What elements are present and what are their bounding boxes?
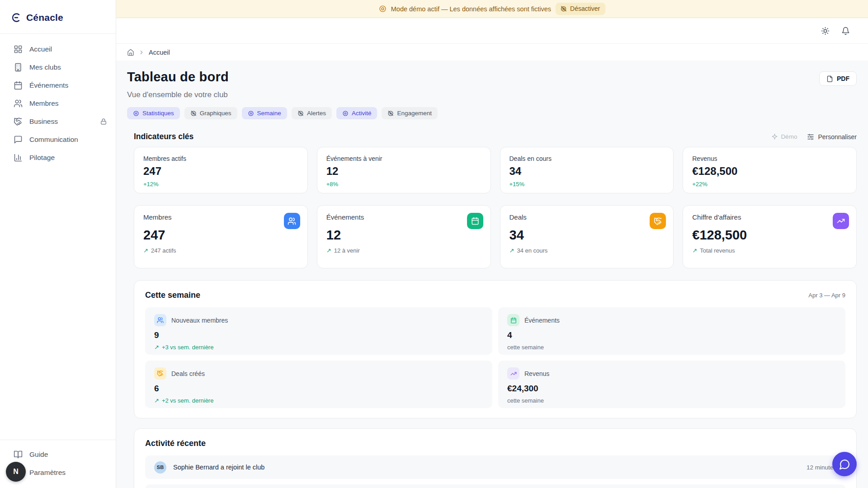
chip-alertes[interactable]: Alertes	[292, 107, 332, 119]
users-icon	[14, 99, 23, 108]
user-avatar[interactable]: N	[6, 462, 26, 482]
theme-sun-icon[interactable]	[821, 27, 830, 35]
page-subtitle: Vue d'ensemble de votre club	[127, 90, 229, 99]
card-label: Chiffre d'affaires	[692, 213, 847, 221]
handshake-icon	[14, 117, 23, 126]
week-card-label: Événements	[524, 317, 560, 324]
sidebar-item-label: Accueil	[29, 45, 52, 53]
chip-semaine[interactable]: Semaine	[242, 107, 287, 119]
chat-bubble-icon	[839, 459, 850, 470]
card-label: Deals	[509, 213, 665, 221]
eye-off-icon	[190, 110, 197, 117]
stat-card-membres-actifs[interactable]: Membres actifs 247 +12%	[134, 147, 308, 193]
chip-label: Alertes	[307, 110, 326, 117]
sidebar-item-label: Paramètres	[29, 469, 66, 477]
sidebar-item-mes-clubs[interactable]: Mes clubs	[0, 58, 116, 76]
sidebar-nav: Accueil Mes clubs Événements	[0, 34, 116, 167]
week-card-evenements[interactable]: Événements 4 cette semaine	[498, 307, 845, 355]
trend-up-arrow: ↗	[326, 247, 331, 254]
sidebar-footer-divider	[0, 440, 116, 440]
demo-tag-label: Démo	[781, 133, 797, 140]
sidebar-item-pilotage[interactable]: Pilotage	[0, 149, 116, 167]
week-panel: Cette semaine Apr 3 — Apr 9 Nouveaux mem…	[134, 280, 857, 418]
week-card-sub: +3 vs sem. dernière	[162, 344, 214, 351]
sidebar-item-evenements[interactable]: Événements	[0, 76, 116, 94]
chip-label: Statistiques	[142, 110, 174, 117]
activity-row[interactable]: SB Sophie Bernard a rejoint le club 12 m…	[145, 455, 845, 479]
week-card-label: Revenus	[524, 370, 549, 377]
card-deals[interactable]: Deals 34 ↗34 en cours	[500, 205, 674, 268]
sidebar-item-label: Guide	[29, 450, 48, 459]
eye-off-icon	[560, 5, 567, 12]
calendar-icon	[467, 213, 483, 229]
week-card-value: 4	[507, 330, 836, 340]
pdf-button-label: PDF	[837, 75, 849, 82]
chevron-right-icon	[138, 49, 145, 56]
demo-banner-message: Mode démo actif — Les données affichées …	[391, 5, 551, 13]
trend-up-arrow: ↗	[143, 247, 148, 254]
sparkles-icon	[771, 133, 778, 140]
trend-up-arrow: ↗	[154, 397, 159, 404]
disable-demo-button[interactable]: Désactiver	[556, 3, 605, 15]
sidebar-item-guide[interactable]: Guide	[0, 446, 116, 464]
sidebar-item-label: Événements	[29, 81, 68, 89]
chat-fab-button[interactable]	[832, 452, 857, 476]
export-pdf-button[interactable]: PDF	[819, 71, 857, 86]
week-card-revenus[interactable]: Revenus €24,300 cette semaine	[498, 361, 845, 408]
calendar-icon	[14, 81, 23, 90]
chip-label: Engagement	[397, 110, 432, 117]
top-toolbar	[116, 18, 868, 44]
stat-value: 247	[143, 165, 298, 178]
stat-label: Membres actifs	[143, 155, 298, 162]
week-card-sub: cette semaine	[507, 344, 544, 351]
page-title: Tableau de bord	[127, 70, 229, 84]
card-label: Événements	[326, 213, 481, 221]
chip-activite[interactable]: Activité	[336, 107, 377, 119]
users-icon	[284, 213, 300, 229]
card-chiffre-daffaires[interactable]: Chiffre d'affaires €128,500 ↗Total reven…	[683, 205, 857, 268]
week-card-deals-crees[interactable]: Deals créés 6 ↗+2 vs sem. dernière	[145, 361, 492, 408]
trending-up-icon	[507, 367, 519, 380]
stat-delta: +22%	[692, 181, 847, 188]
sidebar-item-communication[interactable]: Communication	[0, 131, 116, 149]
customize-button[interactable]: Personnaliser	[807, 133, 857, 141]
card-value: 12	[326, 228, 481, 243]
home-icon[interactable]	[127, 49, 134, 56]
breadcrumb-current[interactable]: Accueil	[149, 49, 170, 56]
building-icon	[14, 63, 23, 72]
sidebar-item-membres[interactable]: Membres	[0, 94, 116, 113]
sidebar-item-label: Mes clubs	[29, 63, 61, 71]
week-card-nouveaux-membres[interactable]: Nouveaux membres 9 ↗+3 vs sem. dernière	[145, 307, 492, 355]
chip-engagement[interactable]: Engagement	[382, 107, 438, 119]
trending-up-icon	[833, 213, 849, 229]
notifications-bell-icon[interactable]	[841, 27, 850, 35]
file-icon	[826, 75, 833, 82]
activity-row[interactable]	[145, 484, 845, 488]
card-membres[interactable]: Membres 247 ↗247 actifs	[134, 205, 308, 268]
stat-value: 34	[509, 165, 665, 178]
trend-up-arrow: ↗	[154, 344, 159, 351]
kpi-section-title: Indicateurs clés	[134, 132, 193, 141]
stat-card-evenements-a-venir[interactable]: Événements à venir 12 +8%	[317, 147, 491, 193]
handshake-icon	[154, 367, 166, 380]
stat-card-deals-en-cours[interactable]: Deals en cours 34 +15%	[500, 147, 674, 193]
card-evenements[interactable]: Événements 12 ↗12 à venir	[317, 205, 491, 268]
stat-card-revenus[interactable]: Revenus €128,500 +22%	[683, 147, 857, 193]
sidebar-item-label: Communication	[29, 136, 78, 144]
cenacle-logo-icon	[11, 12, 22, 23]
chip-label: Graphiques	[200, 110, 231, 117]
users-icon	[154, 314, 166, 326]
card-value: 247	[143, 228, 298, 243]
chart-icon	[14, 153, 23, 162]
sidebar-item-accueil[interactable]: Accueil	[0, 40, 116, 58]
activity-text: Sophie Bernard a rejoint le club	[173, 464, 264, 471]
sidebar-item-business[interactable]: Business	[0, 113, 116, 131]
card-value: €128,500	[692, 228, 847, 243]
calendar-icon	[507, 314, 519, 326]
brand[interactable]: Cénacle	[0, 0, 116, 26]
stat-value: 12	[326, 165, 481, 178]
sliders-icon	[807, 133, 814, 141]
chip-graphiques[interactable]: Graphiques	[184, 107, 237, 119]
week-card-label: Deals créés	[171, 370, 205, 377]
chip-statistiques[interactable]: Statistiques	[127, 107, 180, 119]
